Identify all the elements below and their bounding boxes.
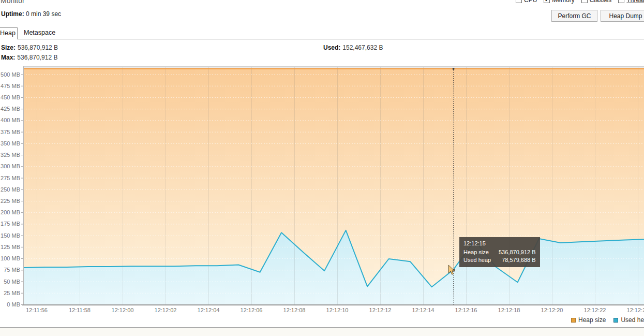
tooltip-time: 12:12:15 [463,240,536,247]
svg-text:275 MB: 275 MB [1,175,20,181]
heap-size-stat-value: 536,870,912 B [18,44,58,51]
heap-max-stat: Max:536,870,912 B [1,54,57,61]
svg-text:12:12:18: 12:12:18 [498,307,520,313]
checkbox-label: Memory [552,0,574,4]
tab-metaspace[interactable]: Metaspace [19,27,61,39]
svg-text:325 MB: 325 MB [1,152,20,158]
chart-canvas[interactable]: 0 MB25 MB50 MB75 MB100 MB125 MB150 MB175… [0,65,644,317]
svg-text:475 MB: 475 MB [1,83,20,89]
svg-text:12:12:06: 12:12:06 [241,307,263,313]
svg-text:450 MB: 450 MB [1,94,20,100]
page-title: Monitor [1,0,25,5]
legend-item-heap-size: Heap size [571,316,606,324]
legend-swatch-icon [613,318,618,323]
heap-size-stat: Size:536,870,912 B [1,44,58,51]
svg-text:200 MB: 200 MB [1,209,20,215]
svg-text:12:11:58: 12:11:58 [69,307,91,313]
svg-text:12:11:56: 12:11:56 [26,307,48,313]
hover-top-dot [453,68,455,70]
heap-chart[interactable]: 12:12:15 Heap size 536,870,912 B Used he… [0,65,644,317]
heap-dump-button[interactable]: Heap Dump [601,10,644,22]
svg-text:125 MB: 125 MB [1,244,20,250]
tooltip-used-heap-value: 78,579,688 B [499,256,536,264]
svg-text:500 MB: 500 MB [1,71,20,78]
svg-text:150 MB: 150 MB [1,232,20,239]
checkbox-classes[interactable]: Classes [581,0,612,4]
svg-text:350 MB: 350 MB [1,140,20,147]
uptime-label: Uptime: [1,10,24,18]
checkbox-label: Threads [626,0,644,4]
tab-heap[interactable]: Heap [0,27,18,39]
svg-text:50 MB: 50 MB [4,279,20,285]
checkbox-icon[interactable] [618,0,624,3]
tooltip-heap-size-value: 536,870,912 B [499,249,536,256]
svg-text:12:12:08: 12:12:08 [283,307,306,313]
svg-text:300 MB: 300 MB [1,163,20,169]
checkbox-label: CPU [524,0,537,4]
heap-max-stat-value: 536,870,912 B [17,54,57,61]
svg-text:12:12:04: 12:12:04 [198,307,220,313]
svg-text:12:12:14: 12:12:14 [412,307,435,313]
checkbox-cpu[interactable]: CPU [516,0,537,4]
heap-used-stat-value: 152,467,632 B [342,44,383,51]
legend-swatch-icon [571,318,576,323]
svg-text:225 MB: 225 MB [1,198,20,204]
svg-text:12:12:24: 12:12:24 [627,307,644,313]
svg-text:12:12:22: 12:12:22 [584,307,606,313]
svg-text:75 MB: 75 MB [4,267,20,273]
svg-text:25 MB: 25 MB [4,290,20,296]
monitor-checkbox-row: CPU✔MemoryClassesThreads [516,0,644,4]
tooltip-heap-size-label: Heap size [463,249,493,256]
svg-text:400 MB: 400 MB [1,117,20,123]
y-axis-labels: 0 MB25 MB50 MB75 MB100 MB125 MB150 MB175… [1,71,23,308]
svg-text:100 MB: 100 MB [1,255,20,261]
chart-legend: Heap sizeUsed heap [571,316,644,324]
heap-size-stat-label: Size: [1,44,16,51]
checkbox-icon[interactable] [516,0,522,3]
svg-text:12:12:20: 12:12:20 [541,307,563,313]
checkbox-threads[interactable]: Threads [618,0,644,4]
perform-gc-button[interactable]: Perform GC [551,10,597,22]
checkbox-memory[interactable]: ✔Memory [544,0,574,4]
tooltip-used-heap-label: Used heap [463,256,493,264]
svg-text:12:12:10: 12:12:10 [326,307,349,313]
svg-text:12:12:00: 12:12:00 [112,307,134,313]
svg-text:175 MB: 175 MB [1,221,20,227]
svg-text:425 MB: 425 MB [1,106,20,112]
svg-text:12:12:12: 12:12:12 [369,307,392,313]
svg-text:375 MB: 375 MB [1,129,20,135]
uptime: Uptime: 0 min 39 sec [1,10,61,18]
checkbox-label: Classes [590,0,612,4]
heap-used-stat-label: Used: [323,44,340,51]
heap-used-stat: Used:152,467,632 B [323,44,383,51]
heap-max-stat-label: Max: [1,54,15,61]
svg-text:250 MB: 250 MB [1,186,20,193]
legend-label: Heap size [578,316,606,324]
checkbox-icon[interactable]: ✔ [544,0,550,3]
chart-tooltip: 12:12:15 Heap size 536,870,912 B Used he… [459,237,540,267]
legend-item-used-heap: Used heap [613,316,644,324]
bottom-panel [0,327,644,336]
x-axis-labels: 12:11:5612:11:5812:12:0012:12:0212:12:04… [26,307,644,313]
checkbox-icon[interactable] [581,0,588,3]
svg-text:0 MB: 0 MB [7,301,20,308]
tab-strip: Heap Metaspace [0,27,644,39]
svg-text:12:12:02: 12:12:02 [155,307,177,313]
svg-text:12:12:16: 12:12:16 [455,307,477,313]
uptime-value: 0 min 39 sec [26,10,61,18]
legend-label: Used heap [621,316,644,324]
